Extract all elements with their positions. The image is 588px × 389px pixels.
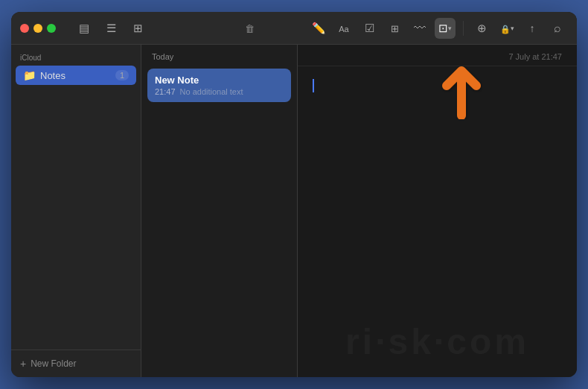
- sidebar-notes-badge: 1: [115, 70, 129, 80]
- list-icon: [106, 22, 116, 35]
- search-button[interactable]: [547, 18, 568, 39]
- table-button[interactable]: [384, 18, 405, 39]
- search-icon: [554, 22, 561, 35]
- note-item-time: 21:47: [155, 87, 176, 96]
- lock-chevron-icon: ▾: [511, 25, 514, 32]
- new-folder-label: New Folder: [31, 358, 76, 369]
- table-icon: [391, 22, 399, 34]
- font-button[interactable]: [333, 18, 354, 39]
- grid-icon: [133, 22, 143, 35]
- maximize-button[interactable]: [47, 24, 56, 33]
- list-view-button[interactable]: [100, 18, 121, 39]
- note-editor[interactable]: 7 July at 21:47 ri·sk·com: [298, 45, 577, 377]
- checklist-button[interactable]: [359, 18, 380, 39]
- sidebar-notes-label: Notes: [40, 70, 111, 81]
- toolbar: ✏️ ▾ ▾: [11, 12, 577, 45]
- sidebar-footer: New Folder: [11, 350, 141, 377]
- app-window: ✏️ ▾ ▾: [11, 12, 577, 377]
- lock-icon: [500, 22, 511, 34]
- sidebar-toggle-button[interactable]: [74, 18, 95, 39]
- close-button[interactable]: [20, 24, 29, 33]
- separator: [463, 21, 464, 36]
- font-icon: [339, 22, 348, 34]
- checklist-icon: [365, 22, 374, 35]
- plus-icon: [20, 358, 26, 370]
- sidebar-icon: [79, 22, 89, 35]
- notes-list-header: Today: [141, 45, 297, 66]
- note-editor-header: 7 July at 21:47: [298, 45, 577, 66]
- note-date: 7 July at 21:47: [508, 52, 562, 61]
- main-content: iCloud Notes 1 New Folder Today New Note…: [11, 45, 577, 377]
- collaborate-button[interactable]: [471, 18, 492, 39]
- waveform-icon: [414, 22, 426, 35]
- trash-icon: [245, 22, 255, 34]
- media-button[interactable]: ▾: [435, 18, 456, 39]
- new-folder-button[interactable]: New Folder: [20, 358, 77, 370]
- notes-list: Today New Note 21:47 No additional text: [141, 45, 298, 377]
- grid-view-button[interactable]: [127, 18, 148, 39]
- toolbar-left: [74, 18, 148, 39]
- lock-button[interactable]: ▾: [496, 18, 517, 39]
- note-editor-body[interactable]: [298, 66, 577, 377]
- compose-button[interactable]: ✏️: [308, 18, 329, 39]
- minimize-button[interactable]: [33, 24, 42, 33]
- toolbar-right: ✏️ ▾ ▾: [308, 18, 568, 39]
- note-item-title: New Note: [155, 75, 284, 86]
- folder-icon: [23, 69, 36, 81]
- traffic-lights: [20, 24, 56, 33]
- note-item[interactable]: New Note 21:47 No additional text: [147, 69, 291, 102]
- note-item-meta: 21:47 No additional text: [155, 87, 284, 96]
- photo-icon: [438, 22, 448, 35]
- text-cursor: [313, 79, 314, 92]
- sidebar-item-notes[interactable]: Notes 1: [16, 66, 136, 85]
- audio-button[interactable]: [409, 18, 430, 39]
- collab-icon: [477, 22, 487, 35]
- delete-button[interactable]: [239, 18, 260, 39]
- sidebar: iCloud Notes 1 New Folder: [11, 45, 141, 377]
- sidebar-section-label: iCloud: [11, 45, 141, 65]
- share-icon: [530, 22, 535, 34]
- note-item-preview: No additional text: [180, 87, 243, 96]
- compose-icon: ✏️: [312, 22, 326, 35]
- media-chevron-icon: ▾: [448, 25, 452, 32]
- share-button[interactable]: [522, 18, 543, 39]
